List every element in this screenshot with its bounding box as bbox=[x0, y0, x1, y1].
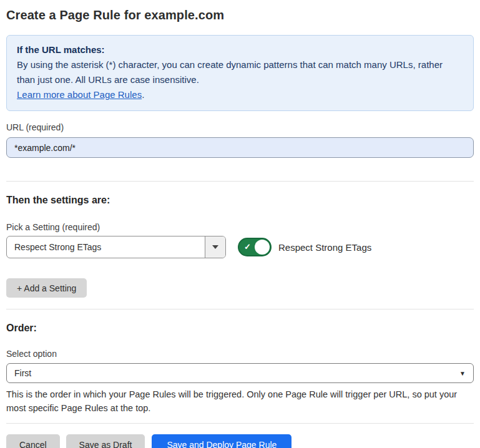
link-suffix: . bbox=[142, 89, 144, 100]
url-input[interactable] bbox=[6, 137, 474, 158]
info-box-link-line: Learn more about Page Rules. bbox=[17, 87, 463, 102]
order-select-value: First bbox=[14, 368, 31, 378]
url-match-info-box: If the URL matches: By using the asteris… bbox=[6, 35, 474, 111]
check-icon: ✓ bbox=[244, 242, 251, 251]
page-title: Create a Page Rule for example.com bbox=[6, 7, 474, 22]
select-arrow-button[interactable] bbox=[205, 236, 225, 258]
order-select[interactable]: First ▼ bbox=[6, 363, 474, 383]
divider bbox=[6, 181, 474, 182]
create-page-rule-form: Create a Page Rule for example.com If th… bbox=[0, 0, 480, 448]
order-help-text: This is the order in which your Page Rul… bbox=[6, 387, 471, 415]
info-box-heading: If the URL matches: bbox=[17, 42, 463, 57]
pick-setting-label: Pick a Setting (required) bbox=[6, 222, 474, 232]
url-field-label: URL (required) bbox=[6, 122, 474, 132]
save-draft-button[interactable]: Save as Draft bbox=[66, 434, 145, 448]
divider bbox=[6, 423, 474, 424]
add-setting-button[interactable]: + Add a Setting bbox=[6, 278, 87, 298]
order-select-label: Select option bbox=[6, 349, 474, 359]
cancel-button[interactable]: Cancel bbox=[6, 434, 60, 448]
footer-actions: Cancel Save as Draft Save and Deploy Pag… bbox=[6, 434, 474, 448]
setting-row: Respect Strong ETags ✓ Respect Strong ET… bbox=[6, 236, 474, 258]
pick-setting-select[interactable]: Respect Strong ETags bbox=[6, 236, 226, 258]
chevron-down-icon bbox=[212, 245, 218, 249]
info-box-body: By using the asterisk (*) character, you… bbox=[17, 57, 463, 87]
divider bbox=[6, 309, 474, 309]
settings-section-heading: Then the settings are: bbox=[6, 194, 474, 206]
chevron-down-icon: ▼ bbox=[459, 370, 466, 377]
respect-etags-toggle[interactable]: ✓ bbox=[238, 238, 272, 256]
toggle-label: Respect Strong ETags bbox=[278, 242, 371, 253]
save-deploy-button[interactable]: Save and Deploy Page Rule bbox=[152, 434, 291, 448]
toggle-knob bbox=[255, 240, 270, 255]
learn-more-link[interactable]: Learn more about Page Rules bbox=[17, 89, 142, 100]
pick-setting-value: Respect Strong ETags bbox=[7, 236, 205, 258]
order-section-heading: Order: bbox=[6, 322, 474, 334]
